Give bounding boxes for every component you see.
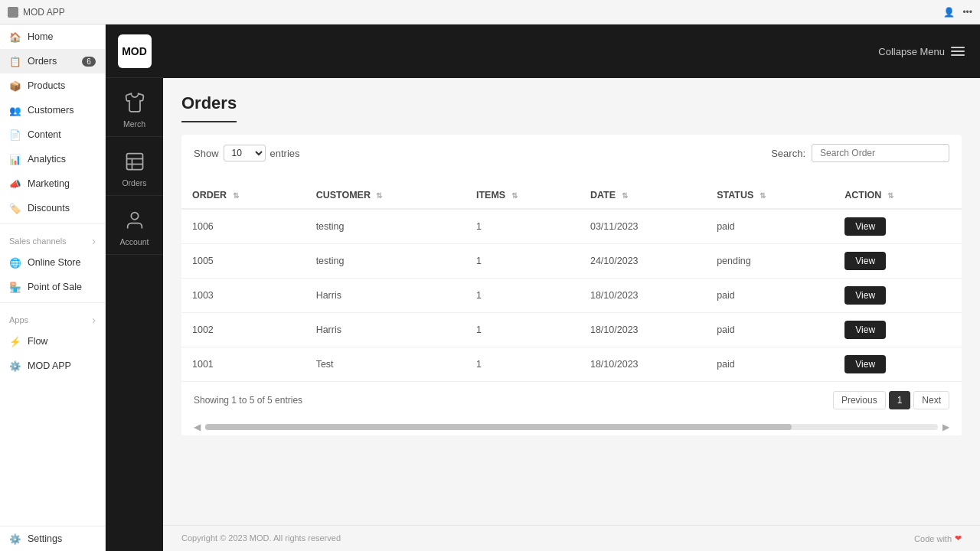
footer-love: Code with ❤ <box>914 533 962 543</box>
cell-date-1: 24/10/2023 <box>580 244 706 279</box>
sidebar-item-modapp[interactable]: ⚙️ MOD APP <box>0 354 105 378</box>
apps-section: Apps › <box>0 306 105 329</box>
sales-channels-section: Sales channels › <box>0 227 105 250</box>
cell-date-0: 03/11/2023 <box>580 209 706 244</box>
svg-point-4 <box>131 213 138 220</box>
cell-action-4: View <box>834 347 962 382</box>
online-store-icon: 🌐 <box>9 256 21 269</box>
view-button-2[interactable]: View <box>844 286 886 305</box>
sales-channels-expand[interactable]: › <box>92 235 96 247</box>
collapse-menu-button[interactable]: Collapse Menu <box>878 46 965 57</box>
divider-1 <box>0 223 105 224</box>
cell-order-4: 1001 <box>181 347 305 382</box>
table-row: 1002 Harris 1 18/10/2023 paid View <box>181 313 962 347</box>
icon-panel-account[interactable]: Account <box>106 196 163 255</box>
collapse-menu-label: Collapse Menu <box>878 46 945 57</box>
cell-action-0: View <box>834 209 962 244</box>
sidebar-item-flow[interactable]: ⚡ Flow <box>0 329 105 354</box>
view-button-4[interactable]: View <box>844 355 886 373</box>
flow-icon: ⚡ <box>9 335 21 347</box>
cell-customer-0: testing <box>305 209 466 244</box>
cell-date-2: 18/10/2023 <box>580 279 706 313</box>
entries-select[interactable]: 10 25 50 100 <box>224 145 266 161</box>
more-icon[interactable]: ••• <box>962 7 972 18</box>
logo-area: MOD <box>106 24 163 78</box>
cell-status-4: paid <box>706 347 834 382</box>
sidebar-label-flow: Flow <box>28 336 47 347</box>
orders-panel-icon <box>121 148 149 175</box>
cell-order-3: 1002 <box>181 313 305 347</box>
sidebar-label-modapp: MOD APP <box>28 360 71 371</box>
merch-label: Merch <box>123 119 145 129</box>
orders-container: Orders Show 10 25 50 100 entries <box>163 78 980 525</box>
account-icon <box>121 207 149 234</box>
prev-button[interactable]: Previous <box>833 391 886 409</box>
icon-panel-orders[interactable]: Orders <box>106 137 163 196</box>
sidebar-item-pos[interactable]: 🏪 Point of Sale <box>0 275 105 299</box>
orders-table-wrapper: Show 10 25 50 100 entries Search: <box>181 135 962 435</box>
cell-customer-2: Harris <box>305 279 466 313</box>
sidebar-item-customers[interactable]: 👥 Customers <box>0 98 105 122</box>
sidebar-label-orders: Orders <box>28 56 57 67</box>
sidebar-item-online-store[interactable]: 🌐 Online Store <box>0 250 105 275</box>
account-label: Account <box>120 237 149 246</box>
merch-icon <box>121 89 149 116</box>
apps-expand[interactable]: › <box>92 314 96 326</box>
scroll-thumb <box>205 424 792 430</box>
modapp-icon: ⚙️ <box>9 360 21 372</box>
svg-rect-0 <box>126 154 142 170</box>
col-status[interactable]: STATUS ⇅ <box>706 182 834 209</box>
search-input[interactable] <box>812 144 949 162</box>
sidebar-item-content[interactable]: 📄 Content <box>0 122 105 147</box>
user-icon[interactable]: 👤 <box>943 7 955 18</box>
sidebar-label-settings: Settings <box>28 533 62 544</box>
view-button-3[interactable]: View <box>844 321 886 339</box>
scroll-track[interactable] <box>205 424 938 430</box>
scroll-left-arrow[interactable]: ◀ <box>194 422 201 432</box>
sidebar-item-settings[interactable]: ⚙️ Settings <box>0 527 105 551</box>
sidebar-item-home[interactable]: 🏠 Home <box>0 24 105 49</box>
entries-label: entries <box>270 148 300 159</box>
divider-2 <box>0 302 105 303</box>
showing-text: Showing 1 to 5 of 5 entries <box>194 395 302 406</box>
icon-panel-merch[interactable]: Merch <box>106 78 163 137</box>
table-row: 1003 Harris 1 18/10/2023 paid View <box>181 279 962 313</box>
view-button-0[interactable]: View <box>844 217 886 236</box>
customers-icon: 👥 <box>9 104 21 116</box>
cell-customer-3: Harris <box>305 313 466 347</box>
search-area: Search: <box>771 144 949 162</box>
sidebar-item-marketing[interactable]: 📣 Marketing <box>0 171 105 196</box>
sidebar-item-discounts[interactable]: 🏷️ Discounts <box>0 196 105 220</box>
sidebar-label-pos: Point of Sale <box>28 282 82 292</box>
orders-badge: 6 <box>82 57 96 67</box>
table-row: 1005 testing 1 24/10/2023 pending View <box>181 244 962 279</box>
view-button-1[interactable]: View <box>844 252 886 270</box>
col-items[interactable]: ITEMS ⇅ <box>466 182 580 209</box>
cell-order-2: 1003 <box>181 279 305 313</box>
scroll-indicator: ◀ ▶ <box>181 419 962 435</box>
col-action[interactable]: ACTION ⇅ <box>834 182 962 209</box>
orders-panel-label: Orders <box>122 178 146 187</box>
sidebar-label-online-store: Online Store <box>28 257 80 268</box>
table-header: ORDER ⇅ CUSTOMER ⇅ ITEMS ⇅ DATE ⇅ STATUS… <box>181 182 962 209</box>
main-header: Collapse Menu <box>163 24 980 78</box>
orders-tbody: 1006 testing 1 03/11/2023 paid View 1005… <box>181 209 962 382</box>
col-date[interactable]: DATE ⇅ <box>580 182 706 209</box>
sidebar-item-orders[interactable]: 📋 Orders 6 <box>0 49 105 73</box>
sidebar-item-analytics[interactable]: 📊 Analytics <box>0 147 105 171</box>
cell-order-0: 1006 <box>181 209 305 244</box>
page-1-button[interactable]: 1 <box>889 391 911 409</box>
col-customer[interactable]: CUSTOMER ⇅ <box>305 182 466 209</box>
cell-items-1: 1 <box>466 244 580 279</box>
col-order[interactable]: ORDER ⇅ <box>181 182 305 209</box>
cell-customer-4: Test <box>305 347 466 382</box>
show-label: Show <box>194 148 219 159</box>
sidebar-item-products[interactable]: 📦 Products <box>0 73 105 98</box>
sidebar-label-products: Products <box>28 80 65 91</box>
sidebar-label-discounts: Discounts <box>28 203 70 214</box>
next-button[interactable]: Next <box>913 391 949 409</box>
cell-date-4: 18/10/2023 <box>580 347 706 382</box>
scroll-right-arrow[interactable]: ▶ <box>942 422 949 432</box>
cell-date-3: 18/10/2023 <box>580 313 706 347</box>
discounts-icon: 🏷️ <box>9 202 21 214</box>
